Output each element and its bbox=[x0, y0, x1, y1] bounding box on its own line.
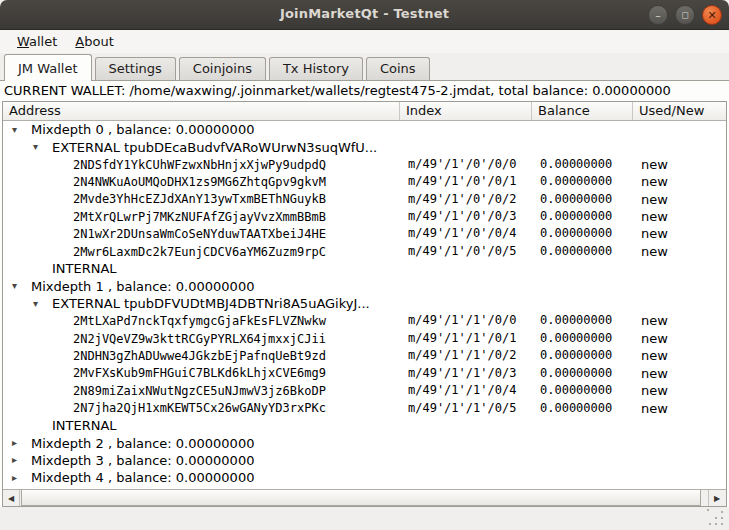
menu-mnemonic: W bbox=[17, 34, 29, 49]
branch-label: EXTERNAL tpubDEcaBudvfVARoWUrwN3suqWfU..… bbox=[52, 140, 377, 155]
balance-cell: 0.00000000 bbox=[540, 225, 612, 242]
balance-cell: 0.00000000 bbox=[540, 156, 612, 173]
tree-row[interactable]: 2Mvde3YhHcEZJdXAnY13ywTxmBEThNGuykBm/49'… bbox=[3, 191, 726, 208]
index-cell: m/49'/1'/0'/0/0 bbox=[408, 156, 516, 173]
status-cell: new bbox=[641, 347, 668, 364]
minimize-button[interactable]: – bbox=[648, 5, 668, 25]
expander-icon[interactable]: ▾ bbox=[32, 142, 52, 152]
scrollbar-thumb[interactable] bbox=[21, 490, 701, 506]
balance-cell: 0.00000000 bbox=[540, 400, 612, 417]
status-cell: new bbox=[641, 382, 668, 399]
tree-row[interactable]: ▾Mixdepth 0 , balance: 0.00000000 bbox=[3, 121, 726, 138]
menu-item-wallet[interactable]: Wallet bbox=[8, 31, 66, 52]
mixdepth-label: Mixdepth 3 , balance: 0.00000000 bbox=[31, 453, 254, 468]
index-cell: m/49'/1'/1'/0/5 bbox=[408, 400, 516, 417]
tree-row[interactable]: 2MtXrQLwrPj7MKzNUFAfZGjayVvzXmmBBmBm/49'… bbox=[3, 208, 726, 225]
tree-row[interactable]: INTERNAL bbox=[3, 260, 726, 277]
address-cell: 2N2jVQeVZ9w3kttRCGyPYRLX64jmxxjCJii bbox=[73, 332, 326, 346]
tree-row[interactable]: ▸Mixdepth 4 , balance: 0.00000000 bbox=[3, 469, 726, 486]
jm-wallet-tab-page: CURRENT WALLET: /home/waxwing/.joinmarke… bbox=[0, 80, 729, 507]
resize-grip-icon[interactable] bbox=[707, 509, 725, 527]
tree-row[interactable]: 2N89miZaixNWutNgzCE5uNJmwV3jz6BkoDPm/49'… bbox=[3, 382, 726, 399]
column-header-address[interactable]: Address bbox=[3, 102, 400, 120]
tab-settings[interactable]: Settings bbox=[95, 57, 176, 80]
status-cell: new bbox=[641, 312, 668, 329]
index-cell: m/49'/1'/0'/0/3 bbox=[408, 208, 516, 225]
tree-row[interactable]: ▸Mixdepth 3 , balance: 0.00000000 bbox=[3, 452, 726, 469]
tree-row[interactable]: ▾EXTERNAL tpubDFVUDtMBJ4DBTNri8A5uAGikyJ… bbox=[3, 295, 726, 312]
status-cell: new bbox=[641, 156, 668, 173]
minimize-icon: – bbox=[655, 9, 661, 20]
tree-header: Address Index Balance Used/New bbox=[3, 102, 726, 121]
status-cell: new bbox=[641, 400, 668, 417]
status-cell: new bbox=[641, 225, 668, 242]
address-cell: 2Mvde3YhHcEZJdXAnY13ywTxmBEThNGuykB bbox=[73, 192, 326, 206]
column-header-used-new[interactable]: Used/New bbox=[633, 102, 726, 120]
column-header-balance[interactable]: Balance bbox=[532, 102, 633, 120]
index-cell: m/49'/1'/0'/0/2 bbox=[408, 191, 516, 208]
tree-row[interactable]: 2N2jVQeVZ9w3kttRCGyPYRLX64jmxxjCJiim/49'… bbox=[3, 330, 726, 347]
tree-row[interactable]: 2MtLXaPd7nckTqxfymgcGjaFkEsFLVZNwkwm/49'… bbox=[3, 312, 726, 329]
tree-row[interactable]: ▸Mixdepth 2 , balance: 0.00000000 bbox=[3, 434, 726, 451]
expander-icon[interactable]: ▾ bbox=[11, 125, 31, 135]
tree-row[interactable]: 2MvFXsKub9mFHGuiC7BLKd6kLhjxCVE6mg9m/49'… bbox=[3, 365, 726, 382]
tree-row[interactable]: 2Mwr6LaxmDc2k7EunjCDCV6aYM6Zuzm9rpCm/49'… bbox=[3, 243, 726, 260]
balance-cell: 0.00000000 bbox=[540, 365, 612, 382]
scroll-left-icon[interactable]: ◀ bbox=[3, 490, 20, 506]
maximize-button[interactable]: ◻ bbox=[675, 5, 695, 25]
horizontal-scrollbar[interactable]: ◀ ▶ bbox=[3, 489, 726, 506]
expander-icon[interactable]: ▾ bbox=[32, 299, 52, 309]
tab-coinjoins[interactable]: Coinjoins bbox=[179, 57, 266, 80]
status-cell: new bbox=[641, 243, 668, 260]
mixdepth-label: Mixdepth 0 , balance: 0.00000000 bbox=[31, 122, 254, 137]
tree-row[interactable]: 2N7jha2QjH1xmKEWT5Cx26wGANyYD3rxPKcm/49'… bbox=[3, 400, 726, 417]
window-controls: –◻✕ bbox=[648, 5, 722, 25]
tree-rows: ▾Mixdepth 0 , balance: 0.00000000▾EXTERN… bbox=[3, 121, 726, 489]
address-cell: 2N89miZaixNWutNgzCE5uNJmwV3jz6BkoDP bbox=[73, 384, 326, 398]
balance-cell: 0.00000000 bbox=[540, 191, 612, 208]
address-cell: 2MtLXaPd7nckTqxfymgcGjaFkEsFLVZNwkw bbox=[73, 314, 326, 328]
index-cell: m/49'/1'/1'/0/0 bbox=[408, 312, 516, 329]
address-cell: 2N7jha2QjH1xmKEWT5Cx26wGANyYD3rxPKc bbox=[73, 401, 326, 415]
branch-label: INTERNAL bbox=[52, 261, 117, 276]
tree-row[interactable]: 2NDHN3gZhADUwwe4JGkzbEjPafnqUeBt9zdm/49'… bbox=[3, 347, 726, 364]
mixdepth-label: Mixdepth 1 , balance: 0.00000000 bbox=[31, 279, 254, 294]
tree-row[interactable]: 2NDSfdY1YkCUhWFzwxNbHnjxXjwPy9udpdQm/49'… bbox=[3, 156, 726, 173]
address-cell: 2N1wXr2DUnsaWmCoSeNYduwTAATXbeiJ4HE bbox=[73, 227, 326, 241]
expander-icon[interactable]: ▾ bbox=[11, 281, 31, 291]
expander-icon[interactable]: ▸ bbox=[11, 455, 31, 465]
tab-jm-wallet[interactable]: JM Wallet bbox=[4, 54, 92, 81]
expander-icon[interactable]: ▸ bbox=[11, 473, 31, 483]
tab-bar: JM WalletSettingsCoinjoinsTx HistoryCoin… bbox=[0, 53, 729, 80]
column-header-index[interactable]: Index bbox=[400, 102, 532, 120]
current-wallet-banner: CURRENT WALLET: /home/waxwing/.joinmarke… bbox=[0, 81, 729, 98]
tree-row[interactable]: ▾Mixdepth 1 , balance: 0.00000000 bbox=[3, 278, 726, 295]
status-cell: new bbox=[641, 191, 668, 208]
menubar: WalletAbout bbox=[0, 30, 729, 53]
status-cell: new bbox=[641, 330, 668, 347]
menu-mnemonic: A bbox=[75, 34, 84, 49]
tree-row[interactable]: INTERNAL bbox=[3, 417, 726, 434]
menu-item-about[interactable]: About bbox=[66, 31, 122, 52]
titlebar[interactable]: JoinMarketQt - Testnet –◻✕ bbox=[0, 0, 729, 30]
mixdepth-label: Mixdepth 2 , balance: 0.00000000 bbox=[31, 436, 254, 451]
close-button[interactable]: ✕ bbox=[702, 5, 722, 25]
maximize-icon: ◻ bbox=[681, 10, 688, 19]
status-cell: new bbox=[641, 365, 668, 382]
tree-row[interactable]: ▾EXTERNAL tpubDEcaBudvfVARoWUrwN3suqWfU.… bbox=[3, 138, 726, 155]
index-cell: m/49'/1'/1'/0/3 bbox=[408, 365, 516, 382]
scroll-right-icon[interactable]: ▶ bbox=[708, 490, 725, 506]
mixdepth-label: Mixdepth 4 , balance: 0.00000000 bbox=[31, 470, 254, 485]
expander-icon[interactable]: ▸ bbox=[11, 438, 31, 448]
balance-cell: 0.00000000 bbox=[540, 330, 612, 347]
tab-coins[interactable]: Coins bbox=[366, 57, 430, 80]
tree-row[interactable]: 2N1wXr2DUnsaWmCoSeNYduwTAATXbeiJ4HEm/49'… bbox=[3, 225, 726, 242]
close-icon: ✕ bbox=[707, 9, 716, 20]
status-cell: new bbox=[641, 208, 668, 225]
address-cell: 2MtXrQLwrPj7MKzNUFAfZGjayVvzXmmBBmB bbox=[73, 210, 326, 224]
index-cell: m/49'/1'/0'/0/1 bbox=[408, 173, 516, 190]
balance-cell: 0.00000000 bbox=[540, 243, 612, 260]
tree-row[interactable]: 2N4NWKuAoUMQoDHX1zs9MG6ZhtqGpv9gkvMm/49'… bbox=[3, 173, 726, 190]
index-cell: m/49'/1'/0'/0/4 bbox=[408, 225, 516, 242]
tab-tx-history[interactable]: Tx History bbox=[269, 57, 363, 80]
